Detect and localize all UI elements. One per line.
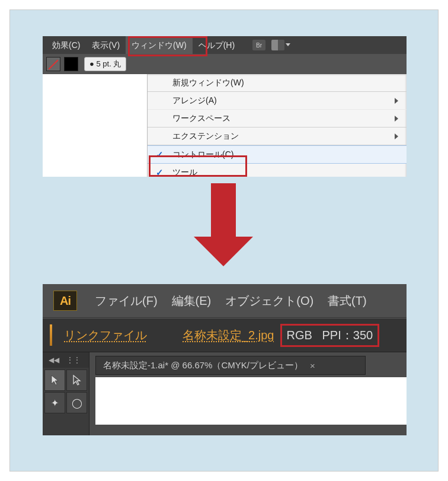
menu-help[interactable]: ヘルプ(H) (193, 36, 241, 54)
collapse-icon[interactable]: ◀◀ (49, 356, 59, 364)
stroke-swatch-black-icon[interactable] (64, 57, 78, 71)
image-info-highlight: RGB PPI：350 (280, 324, 380, 347)
dropdown-workspace[interactable]: ワークスペース (148, 110, 407, 128)
dropdown-label: ツール (172, 167, 197, 177)
dropdown-tool[interactable]: ✓ ツール (148, 164, 407, 177)
menu-window[interactable]: ウィンドウ(W) (126, 36, 193, 54)
dropdown-extension[interactable]: エクステンション (148, 128, 407, 145)
dropdown-label: コントロール(C) (172, 149, 233, 160)
menubar: 効果(C) 表示(V) ウィンドウ(W) ヘルプ(H) Br (43, 36, 407, 54)
selection-tool-icon[interactable] (44, 369, 65, 391)
control-handle-icon[interactable] (50, 324, 52, 346)
bridge-icon[interactable]: Br (252, 40, 265, 50)
layout-selector-icon[interactable] (271, 40, 284, 50)
menu-file[interactable]: ファイル(F) (95, 293, 158, 309)
fill-swatch-none-icon[interactable] (46, 57, 60, 71)
menu-object[interactable]: オブジェクト(O) (225, 293, 313, 309)
stroke-weight-input[interactable]: ● 5 pt. 丸 (84, 57, 126, 71)
document-tab[interactable]: 名称未設定-1.ai* @ 66.67%（CMYK/プレビュー） × (95, 356, 366, 375)
check-icon: ✓ (156, 167, 164, 177)
ppi-value: PPI：350 (322, 329, 373, 342)
tools-panel: ◀◀ ⋮⋮ ✦ ◯ (43, 352, 89, 435)
dropdown-arrange[interactable]: アレンジ(A) (148, 92, 407, 110)
lasso-tool-icon[interactable]: ◯ (66, 392, 87, 413)
check-icon: ✓ (156, 149, 164, 160)
magic-wand-tool-icon[interactable]: ✦ (44, 392, 65, 413)
illustrator-window: Ai ファイル(F) 編集(E) オブジェクト(O) 書式(T) リンクファイル… (43, 284, 407, 435)
submenu-arrow-icon (395, 133, 398, 139)
control-bar: リンクファイル 名称未設定_2.jpg RGB PPI：350 (43, 318, 407, 352)
color-mode: RGB (287, 329, 312, 342)
down-arrow-icon (194, 183, 253, 266)
window-dropdown: 新規ウィンドウ(W) アレンジ(A) ワークスペース エクステンション ✓ コン… (147, 74, 407, 177)
tab-close-icon[interactable]: × (310, 361, 315, 371)
tools-panel-header: ◀◀ ⋮⋮ (43, 352, 89, 368)
menu-type[interactable]: 書式(T) (328, 293, 367, 309)
document-area: 名称未設定-1.ai* @ 66.67%（CMYK/プレビュー） × (89, 352, 407, 435)
ai-logo-icon: Ai (53, 291, 77, 311)
dropdown-label: アレンジ(A) (172, 95, 217, 106)
menu-screenshot: 効果(C) 表示(V) ウィンドウ(W) ヘルプ(H) Br ● 5 pt. 丸… (43, 36, 407, 177)
canvas[interactable] (95, 377, 407, 425)
dropdown-label: ワークスペース (172, 113, 231, 124)
direct-selection-tool-icon[interactable] (66, 369, 87, 391)
menu-effect[interactable]: 効果(C) (46, 36, 86, 54)
dropdown-control[interactable]: ✓ コントロール(C) (148, 145, 407, 164)
dropdown-new-window[interactable]: 新規ウィンドウ(W) (148, 74, 407, 92)
option-bar: ● 5 pt. 丸 (43, 54, 407, 74)
tab-title: 名称未設定-1.ai* @ 66.67%（CMYK/プレビュー） (103, 360, 303, 371)
app-menubar: Ai ファイル(F) 編集(E) オブジェクト(O) 書式(T) (43, 284, 407, 318)
link-file-label[interactable]: リンクファイル (64, 327, 147, 343)
panel-menu-icon[interactable]: ⋮⋮ (66, 356, 81, 364)
menu-view[interactable]: 表示(V) (86, 36, 126, 54)
submenu-arrow-icon (395, 116, 398, 122)
linked-filename[interactable]: 名称未設定_2.jpg (183, 327, 274, 343)
dropdown-label: エクステンション (172, 131, 239, 142)
menu-edit[interactable]: 編集(E) (172, 293, 212, 309)
workarea: ◀◀ ⋮⋮ ✦ ◯ 名称未設定-1.ai* @ 66.67%（CMYK/プレビュ (43, 352, 407, 435)
submenu-arrow-icon (395, 98, 398, 104)
dropdown-label: 新規ウィンドウ(W) (172, 78, 244, 88)
